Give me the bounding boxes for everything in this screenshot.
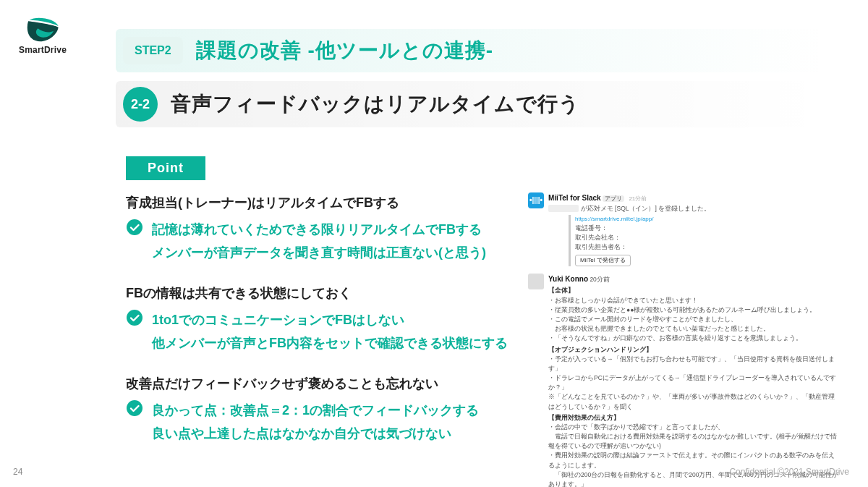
- point-line: 記憶は薄れていくためできる限りリアルタイムでFBする: [152, 219, 516, 242]
- fb-line: お客様の状況も把握できましたのでとてもいい架電だったと感じました。: [548, 324, 839, 334]
- check-icon: [126, 399, 146, 420]
- page-title: 課題の改善 -他ツールとの連携-: [196, 37, 493, 64]
- svg-point-1: [127, 310, 142, 326]
- miitel-app-icon: •||||•: [528, 192, 544, 208]
- svg-point-0: [127, 219, 142, 235]
- point-block: 改善点だけフィードバックせず褒めることも忘れない 良かって点：改善点＝2：1の割…: [126, 375, 516, 445]
- step-pill: STEP2: [123, 37, 183, 64]
- point-line: 良い点や上達した点はなかなか自分では気づけない: [152, 423, 516, 446]
- point-line: メンバーが音声データを聞き直す時間は正直ない(と思う): [152, 242, 516, 265]
- field-label: 電話番号：: [575, 224, 839, 233]
- brand-name: SmartDrive: [10, 45, 75, 55]
- notice-text: が応対メモ [SQL（イン）] を登録しました。: [581, 205, 710, 212]
- point-label: Point: [126, 156, 205, 180]
- app-time: 21分前: [629, 195, 647, 202]
- app-name: MiiTel for Slack: [548, 194, 601, 202]
- header-bar-2: 2-2 音声フィードバックはリアルタイムで行う: [116, 81, 832, 127]
- field-label: 取引先担当者名：: [575, 242, 839, 252]
- check-icon: [126, 309, 146, 329]
- copyright: Confidential ©2021 SmartDrive: [729, 467, 849, 477]
- check-icon: [126, 219, 146, 239]
- section-number-badge: 2-2: [123, 87, 158, 122]
- fb-line: 電話で日報自動化における費用対効果を説明するのはなかなか難しいです。(相手が覚醒…: [548, 432, 839, 451]
- fb-line: ※「どんなことを見ているのか？」や、「車両が多いが事故件数はどのくらいか？」、「…: [548, 392, 839, 411]
- fb-line: ・この電話でメール開封のリードを増やすことができましたし、: [548, 315, 839, 324]
- fb-line: ・会話の中で「数字ばかりで恐縮です」と言ってましたが、: [548, 423, 839, 432]
- field-label: 取引先会社名：: [575, 233, 839, 242]
- miitel-call-button[interactable]: MiiTel で発信する: [575, 255, 631, 266]
- fb-line: ・ドラレコからPCにデータが上がってくる→「通信型ドライブレコーダーを導入されて…: [548, 373, 839, 392]
- block-lead: 改善点だけフィードバックせず褒めることも忘れない: [126, 375, 516, 392]
- section-title: 【費用対効果の伝え方】: [548, 413, 839, 423]
- block-lead: 育成担当(トレーナー)はリアルタイムでFBする: [126, 194, 516, 211]
- section-title: 【オブジェクションハンドリング】: [548, 345, 839, 355]
- smartdrive-icon: [25, 16, 61, 43]
- section-subtitle: 音声フィードバックはリアルタイムで行う: [171, 90, 580, 118]
- fb-line: ・従業員数の多い企業だと●●様が複数いる可能性があるためフルネーム呼び出しましょ…: [548, 305, 839, 315]
- slack-mock: •||||• MiiTel for Slack アプリ 21分前 が応対メモ […: [528, 192, 839, 487]
- points-area: 育成担当(トレーナー)はリアルタイムでFBする 記憶は薄れていくためできる限りリ…: [126, 194, 516, 465]
- user-time: 20分前: [590, 276, 609, 283]
- point-line: 良かって点：改善点＝2：1の割合でフィードバックする: [152, 399, 516, 423]
- point-line: 他メンバーが音声とFB内容をセットで確認できる状態にする: [152, 332, 516, 355]
- point-line: 1to1でのコミュニケーションでFBはしない: [152, 309, 516, 332]
- app-tag: アプリ: [603, 195, 624, 202]
- brand-logo: SmartDrive: [10, 16, 75, 55]
- fb-line: ・お客様としっかり会話ができていたと思います！: [548, 296, 839, 305]
- user-avatar: [528, 274, 544, 289]
- block-lead: FBの情報は共有できる状態にしておく: [126, 284, 516, 302]
- app-url: https://smartdrive.miitel.jp/app/: [575, 215, 839, 224]
- svg-point-2: [127, 400, 142, 416]
- header-bar-1: STEP2 課題の改善 -他ツールとの連携-: [116, 29, 832, 72]
- point-block: 育成担当(トレーナー)はリアルタイムでFBする 記憶は薄れていくためできる限りリ…: [126, 194, 516, 264]
- fb-line: ・「そうなんですね」が口癖なので、お客様の言葉を繰り返すことを意識しましょう。: [548, 334, 839, 343]
- page-number: 24: [13, 467, 22, 477]
- user-name: Yuki Konno: [548, 275, 588, 283]
- fb-line: ・予定が入っている→「個別でもお打ち合わせも可能です」、「当日使用する資料を後日…: [548, 355, 839, 373]
- point-block: FBの情報は共有できる状態にしておく 1to1でのコミュニケーションでFBはしな…: [126, 284, 516, 355]
- section-title: 【全体】: [548, 286, 839, 295]
